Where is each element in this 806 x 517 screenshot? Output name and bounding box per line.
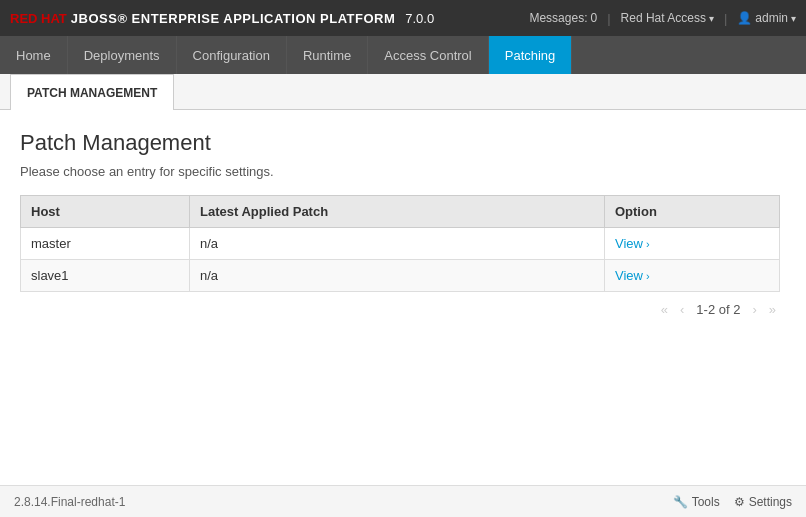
nav-configuration[interactable]: Configuration: [177, 36, 287, 74]
messages-count: 0: [590, 11, 597, 25]
redhat-access-caret: ▾: [709, 13, 714, 24]
brand-version: 7.0.0: [405, 11, 434, 26]
pagination-info: 1-2 of 2: [696, 302, 740, 317]
admin-caret: ▾: [791, 13, 796, 24]
page-title: Patch Management: [20, 130, 786, 156]
page-subtitle: Please choose an entry for specific sett…: [20, 164, 786, 179]
separator: |: [607, 11, 610, 26]
brand-name: JBOSS® ENTERPRISE APPLICATION PLATFORM: [71, 11, 395, 26]
patch-table: Host Latest Applied Patch Option mastern…: [20, 195, 780, 292]
top-bar: RED HAT JBOSS® ENTERPRISE APPLICATION PL…: [0, 0, 806, 36]
cell-host: slave1: [21, 260, 190, 292]
pagination: « ‹ 1-2 of 2 › »: [20, 300, 780, 319]
cell-option: View›: [604, 228, 779, 260]
nav-runtime[interactable]: Runtime: [287, 36, 368, 74]
view-label: View: [615, 236, 643, 251]
cell-patch: n/a: [190, 260, 605, 292]
sub-tab-bar: PATCH MANAGEMENT: [0, 74, 806, 110]
admin-icon: 👤: [737, 11, 752, 25]
footer: 2.8.14.Final-redhat-1 🔧 Tools ⚙ Settings: [0, 485, 806, 517]
tools-link[interactable]: 🔧 Tools: [673, 495, 720, 509]
pagination-first[interactable]: «: [657, 300, 672, 319]
messages-label: Messages:: [529, 11, 587, 25]
footer-version: 2.8.14.Final-redhat-1: [14, 495, 125, 509]
redhat-access-label: Red Hat Access: [621, 11, 706, 25]
cell-patch: n/a: [190, 228, 605, 260]
tab-patch-management[interactable]: PATCH MANAGEMENT: [10, 74, 174, 110]
cell-option: View›: [604, 260, 779, 292]
col-host: Host: [21, 196, 190, 228]
nav-deployments[interactable]: Deployments: [68, 36, 177, 74]
nav-home[interactable]: Home: [0, 36, 68, 74]
col-option: Option: [604, 196, 779, 228]
cell-host: master: [21, 228, 190, 260]
brand-red: RED HAT: [10, 11, 67, 26]
pagination-prev[interactable]: ‹: [676, 300, 688, 319]
main-content: Patch Management Please choose an entry …: [0, 110, 806, 485]
view-link[interactable]: View›: [615, 236, 769, 251]
settings-icon: ⚙: [734, 495, 745, 509]
view-label: View: [615, 268, 643, 283]
brand-area: RED HAT JBOSS® ENTERPRISE APPLICATION PL…: [10, 11, 434, 26]
chevron-right-icon: ›: [646, 238, 650, 250]
settings-link[interactable]: ⚙ Settings: [734, 495, 792, 509]
table-header-row: Host Latest Applied Patch Option: [21, 196, 780, 228]
col-patch: Latest Applied Patch: [190, 196, 605, 228]
tools-label: Tools: [692, 495, 720, 509]
messages-link[interactable]: Messages: 0: [529, 11, 597, 25]
settings-label: Settings: [749, 495, 792, 509]
nav-bar: Home Deployments Configuration Runtime A…: [0, 36, 806, 74]
table-row: mastern/aView›: [21, 228, 780, 260]
table-row: slave1n/aView›: [21, 260, 780, 292]
chevron-right-icon: ›: [646, 270, 650, 282]
admin-menu[interactable]: 👤 admin ▾: [737, 11, 796, 25]
nav-access-control[interactable]: Access Control: [368, 36, 488, 74]
tools-icon: 🔧: [673, 495, 688, 509]
pagination-next[interactable]: ›: [748, 300, 760, 319]
separator2: |: [724, 11, 727, 26]
pagination-last[interactable]: »: [765, 300, 780, 319]
nav-patching[interactable]: Patching: [489, 36, 573, 74]
redhat-access-link[interactable]: Red Hat Access ▾: [621, 11, 714, 25]
view-link[interactable]: View›: [615, 268, 769, 283]
top-bar-actions: Messages: 0 | Red Hat Access ▾ | 👤 admin…: [529, 11, 796, 26]
admin-label: admin: [755, 11, 788, 25]
footer-right: 🔧 Tools ⚙ Settings: [673, 495, 792, 509]
